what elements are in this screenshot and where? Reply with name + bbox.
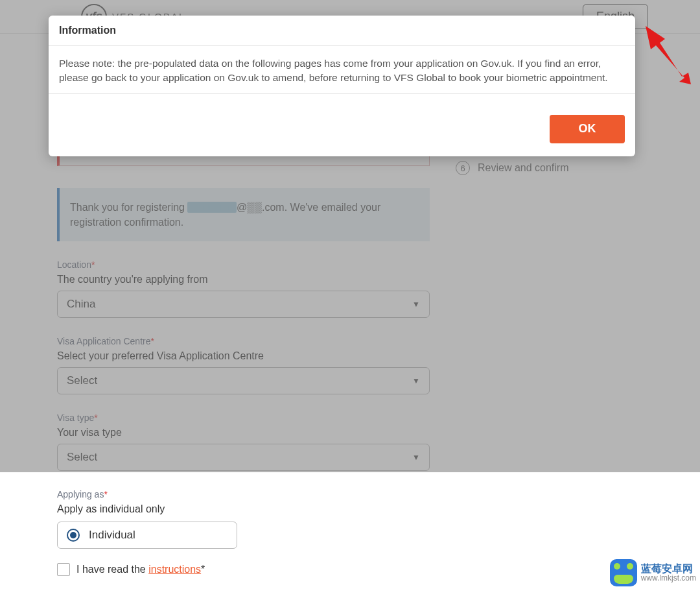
applying-as-option-label: Individual bbox=[89, 529, 135, 542]
information-modal: Information Please note: the pre-populat… bbox=[49, 16, 635, 156]
applying-as-field-group: Applying as* Apply as individual only In… bbox=[57, 489, 430, 549]
ok-button[interactable]: OK bbox=[550, 115, 625, 143]
watermark-line1: 蓝莓安卓网 bbox=[641, 563, 696, 575]
required-star: * bbox=[201, 564, 205, 575]
annotation-arrow-icon bbox=[646, 26, 691, 84]
radio-selected-icon bbox=[67, 529, 80, 542]
modal-body-text: Please note: the pre-populated data on t… bbox=[49, 46, 635, 94]
applying-as-hint: Apply as individual only bbox=[57, 503, 430, 515]
instructions-link[interactable]: instructions bbox=[148, 564, 201, 575]
modal-title: Information bbox=[49, 16, 635, 46]
applying-as-label: Applying as* bbox=[57, 489, 430, 499]
instructions-checkbox[interactable] bbox=[57, 563, 70, 576]
svg-marker-0 bbox=[646, 26, 691, 84]
consent-prefix: I have read the bbox=[76, 564, 148, 575]
applying-as-radio[interactable]: Individual bbox=[57, 522, 237, 549]
instructions-consent-row: I have read the instructions* bbox=[57, 563, 430, 576]
watermark-logo-icon bbox=[610, 559, 637, 586]
watermark-badge: 蓝莓安卓网 www.lmkjst.com bbox=[610, 559, 696, 586]
watermark-line2: www.lmkjst.com bbox=[641, 574, 696, 583]
